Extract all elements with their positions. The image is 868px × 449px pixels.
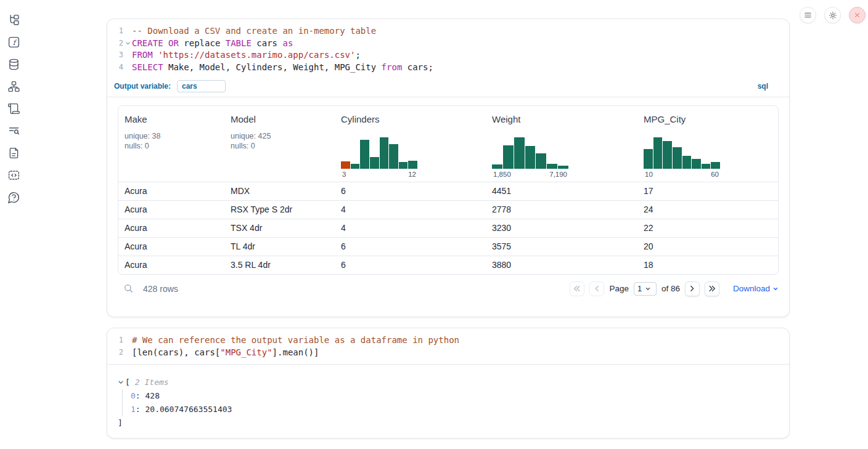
table-row[interactable]: AcuraTL 4dr6357520: [118, 237, 778, 256]
line-number: 3: [107, 49, 123, 62]
sidebar-tracebacks-button[interactable]: [7, 124, 20, 137]
page-select[interactable]: 1: [634, 282, 657, 296]
next-page-button[interactable]: [685, 281, 700, 296]
table-cell: 3230: [486, 219, 637, 237]
code-line: 4SELECT Make, Model, Cylinders, Weight, …: [107, 62, 789, 74]
column-stats: unique: 425nulls: 0: [231, 131, 329, 152]
code-text: FROM 'https://datasets.marimo.app/cars.c…: [123, 49, 361, 62]
data-table: Makeunique: 38nulls: 0Modelunique: 425nu…: [118, 105, 779, 275]
histogram-bar: [408, 161, 417, 169]
sidebar-help-button[interactable]: [7, 191, 20, 204]
table-cell: 24: [637, 201, 778, 219]
table-cell: Acura: [118, 238, 224, 256]
stat-line: unique: 38: [125, 131, 218, 142]
table-cell: TL 4dr: [224, 238, 335, 256]
column-header-model[interactable]: Modelunique: 425nulls: 0: [224, 106, 335, 182]
sidebar-snippets-button[interactable]: [7, 169, 20, 182]
histogram-bar: [370, 157, 379, 169]
stat-line: unique: 425: [231, 131, 329, 142]
sql-code-editor[interactable]: 1-- Download a CSV and create an in-memo…: [107, 19, 789, 79]
axis-min-label: 10: [645, 171, 653, 178]
collapse-chevron-icon[interactable]: [118, 379, 124, 386]
output-variable-input[interactable]: [177, 80, 226, 92]
column-header-make[interactable]: Makeunique: 38nulls: 0: [118, 106, 224, 182]
table-cell: 3.5 RL 4dr: [224, 256, 335, 274]
language-badge[interactable]: sql: [758, 82, 768, 91]
table-cell: RSX Type S 2dr: [224, 201, 335, 219]
table-cell: TSX 4dr: [224, 219, 335, 237]
chevrons-left-icon: [573, 285, 581, 293]
sidebar-file-explorer-button[interactable]: [7, 14, 20, 26]
sidebar-logs-button[interactable]: [7, 102, 20, 115]
close-button[interactable]: [849, 7, 866, 23]
tree-entry: 0: 428: [131, 389, 779, 403]
code-token: cars;: [402, 62, 433, 72]
code-token: [len(cars), cars[: [132, 347, 220, 357]
download-button[interactable]: Download: [733, 284, 779, 293]
sidebar-documentation-button[interactable]: [7, 147, 20, 160]
row-count: 428 rows: [143, 284, 178, 294]
axis-max-label: 60: [711, 171, 719, 178]
sidebar-functions-button[interactable]: f: [7, 36, 20, 49]
chevron-right-icon: [688, 285, 696, 293]
histogram-bar: [360, 140, 369, 169]
histogram-bar: [673, 147, 682, 169]
snippets-icon: [7, 169, 20, 182]
histogram-bars: [341, 136, 417, 169]
histogram-bar: [351, 164, 360, 169]
output-variable-label: Output variable:: [114, 82, 171, 91]
histogram-bar: [514, 137, 525, 168]
table-cell: Acura: [118, 182, 224, 200]
table-search-button[interactable]: [123, 283, 134, 294]
bracket-open: [: [125, 376, 130, 389]
tree-entry-colon: :: [136, 391, 145, 400]
table-cell: 22: [637, 219, 778, 237]
axis-min-label: 3: [342, 171, 346, 178]
menu-button[interactable]: [800, 7, 816, 23]
code-token: cars: [252, 38, 283, 48]
code-text: -- Download a CSV and create an in-memor…: [123, 25, 376, 38]
histogram-bar: [644, 149, 653, 169]
histogram-axis-labels: 1060: [644, 171, 720, 178]
sidebar-dependencies-button[interactable]: [7, 80, 20, 93]
table-cell: 6: [335, 182, 486, 200]
histogram-bar: [536, 153, 546, 169]
settings-button[interactable]: [824, 7, 841, 23]
items-count-label: 2 Items: [135, 376, 169, 389]
dependency-graph-icon: [7, 80, 20, 93]
current-page-value: 1: [637, 284, 642, 293]
column-header-cylinders[interactable]: Cylinders312: [335, 106, 486, 182]
python-code-editor[interactable]: 1# We can reference the output variable …: [107, 328, 789, 365]
table-cell: Acura: [118, 219, 224, 237]
output-tree: [ 2 Items 0: 4281: 20.060747663551403 ]: [107, 365, 789, 437]
histogram-bar: [525, 146, 536, 169]
code-token: SELECT: [132, 62, 163, 72]
fold-chevron-icon[interactable]: [125, 41, 131, 46]
table-row[interactable]: AcuraRSX Type S 2dr4277824: [118, 200, 778, 219]
code-text: [len(cars), cars["MPG_City"].mean()]: [123, 347, 319, 359]
histogram-bar: [389, 144, 398, 169]
last-page-button[interactable]: [705, 281, 719, 296]
histogram-bar: [492, 164, 502, 168]
column-title: Weight: [492, 114, 631, 124]
column-header-mpg_city[interactable]: MPG_City1060: [637, 106, 778, 182]
code-token: OR: [168, 38, 179, 48]
histogram-bar: [663, 141, 672, 169]
first-page-button[interactable]: [570, 281, 584, 296]
axis-max-label: 12: [408, 171, 416, 178]
histogram-bar: [380, 137, 389, 168]
table-row[interactable]: AcuraTSX 4dr4323022: [118, 219, 778, 237]
sidebar-datasets-button[interactable]: [7, 58, 20, 71]
table-cell: 3575: [486, 238, 637, 256]
table-cell: 4451: [486, 182, 637, 200]
code-token: replace: [179, 38, 226, 48]
histogram-axis-labels: 1,8507,190: [492, 171, 568, 178]
stat-line: nulls: 0: [231, 141, 329, 152]
tree-entry: 1: 20.060747663551403: [131, 403, 779, 416]
column-header-weight[interactable]: Weight1,8507,190: [486, 106, 637, 182]
table-row[interactable]: AcuraMDX6445117: [118, 182, 778, 200]
table-row[interactable]: Acura3.5 RL 4dr6388018: [118, 256, 778, 274]
code-text: CREATE OR replace TABLE cars as: [123, 38, 293, 50]
previous-page-button[interactable]: [589, 281, 604, 296]
code-token: [163, 38, 168, 48]
